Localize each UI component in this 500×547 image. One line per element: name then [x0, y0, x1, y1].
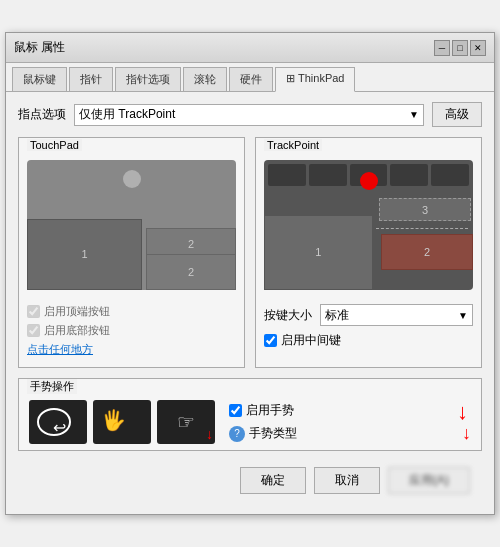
click-anywhere-link[interactable]: 点击任何地方	[27, 342, 93, 357]
top-btn-row: 启用顶端按钮	[27, 304, 236, 319]
red-arrow-down-2: ↓	[462, 424, 471, 444]
touchpad-legend: TouchPad	[27, 139, 82, 151]
bottom-btn-label: 启用底部按钮	[44, 323, 110, 338]
top-btn-checkbox[interactable]	[27, 305, 40, 318]
trackpoint-dotted-line	[376, 228, 468, 229]
tab-thinkpad[interactable]: ⊞ThinkPad	[275, 67, 355, 92]
key2	[309, 164, 347, 186]
tab-bar: 鼠标键 指针 指针选项 滚轮 硬件 ⊞ThinkPad	[6, 63, 494, 92]
click-anywhere-row: 点击任何地方	[27, 342, 236, 357]
titlebar: 鼠标 属性 ─ □ ✕	[6, 33, 494, 63]
key5	[431, 164, 469, 186]
gesture-content: ↩ 🖐 ☞ ↓ 启用手势	[19, 394, 481, 450]
minimize-button[interactable]: ─	[434, 40, 450, 56]
select-arrow-icon: ▼	[409, 109, 419, 120]
touchpad-group: TouchPad 1 2 2	[18, 137, 245, 368]
touchpad-circle	[123, 170, 141, 188]
key4	[390, 164, 428, 186]
trackpoint-zone1: 1	[264, 215, 373, 290]
tab-scroll[interactable]: 滚轮	[183, 67, 227, 91]
ok-button[interactable]: 确定	[240, 467, 306, 494]
red-arrow-icon: ↓	[206, 426, 213, 442]
gesture-right-controls: 启用手势 ? 手势类型	[221, 402, 444, 442]
device-panels: TouchPad 1 2 2	[18, 137, 482, 368]
gesture-image-1: ↩	[29, 400, 87, 444]
trackpoint-controls: 按键大小 标准 ▼ 启用中间键	[256, 298, 481, 359]
key-size-select[interactable]: 标准 ▼	[320, 304, 473, 326]
trackpoint-red-dot	[360, 172, 378, 190]
key-size-label: 按键大小	[264, 307, 312, 324]
gesture-section: 手势操作 ↩ 🖐 ☞ ↓	[18, 378, 482, 451]
pointing-options-row: 指点选项 仅使用 TrackPoint ▼ 高级	[18, 102, 482, 127]
pointing-options-label: 指点选项	[18, 106, 66, 123]
advanced-button[interactable]: 高级	[432, 102, 482, 127]
window-title: 鼠标 属性	[14, 39, 65, 56]
trackpoint-group: TrackPoint 3	[255, 137, 482, 368]
footer-buttons: 确定 取消 应用(A)	[18, 461, 482, 504]
tab-content: 指点选项 仅使用 TrackPoint ▼ 高级 TouchPad 1	[6, 92, 494, 514]
red-arrows-decoration: ↓ ↓	[454, 400, 471, 444]
middle-key-label: 启用中间键	[281, 332, 341, 349]
help-icon[interactable]: ?	[229, 426, 245, 442]
gesture-legend: 手势操作	[27, 379, 77, 394]
trackpoint-diagram: 3 1 2	[264, 160, 473, 290]
key-size-row: 按键大小 标准 ▼	[264, 304, 473, 326]
thinkpad-tab-icon: ⊞	[286, 72, 295, 84]
tab-pointer-options[interactable]: 指针选项	[115, 67, 181, 91]
tab-mousekeys[interactable]: 鼠标键	[12, 67, 67, 91]
middle-key-row: 启用中间键	[264, 332, 473, 349]
titlebar-buttons: ─ □ ✕	[434, 40, 486, 56]
bottom-btn-row: 启用底部按钮	[27, 323, 236, 338]
middle-key-checkbox[interactable]	[264, 334, 277, 347]
cancel-button[interactable]: 取消	[314, 467, 380, 494]
trackpoint-legend: TrackPoint	[264, 139, 322, 151]
hand-swipe-icon: 🖐	[101, 408, 126, 432]
main-window: 鼠标 属性 ─ □ ✕ 鼠标键 指针 指针选项 滚轮 硬件 ⊞ThinkPad	[5, 32, 495, 515]
touchpad-zone2-bottom: 2	[146, 254, 236, 290]
tab-pointer[interactable]: 指针	[69, 67, 113, 91]
gesture-type-row: ? 手势类型	[229, 425, 297, 442]
enable-gesture-row: 启用手势	[229, 402, 294, 419]
touchpad-diagram: 1 2 2	[27, 160, 236, 290]
bottom-btn-checkbox[interactable]	[27, 324, 40, 337]
pointing-mode-select[interactable]: 仅使用 TrackPoint ▼	[74, 104, 424, 126]
tab-hardware[interactable]: 硬件	[229, 67, 273, 91]
key-size-arrow-icon: ▼	[458, 310, 468, 321]
close-button[interactable]: ✕	[470, 40, 486, 56]
gesture-image-2: 🖐	[93, 400, 151, 444]
trackpoint-zone3: 3	[379, 198, 471, 221]
top-btn-label: 启用顶端按钮	[44, 304, 110, 319]
red-arrow-down-1: ↓	[457, 400, 468, 424]
touchpad-zone1: 1	[27, 219, 142, 291]
gesture-type-label: 手势类型	[249, 425, 297, 442]
enable-gesture-checkbox[interactable]	[229, 404, 242, 417]
enable-gesture-label: 启用手势	[246, 402, 294, 419]
maximize-button[interactable]: □	[452, 40, 468, 56]
key1	[268, 164, 306, 186]
touchpad-options: 启用顶端按钮 启用底部按钮 点击任何地方	[19, 298, 244, 367]
gesture-point-icon: ☞	[177, 410, 195, 434]
trackpoint-zone2: 2	[381, 234, 473, 270]
gesture-image-3: ☞ ↓	[157, 400, 215, 444]
apply-button[interactable]: 应用(A)	[388, 467, 470, 494]
